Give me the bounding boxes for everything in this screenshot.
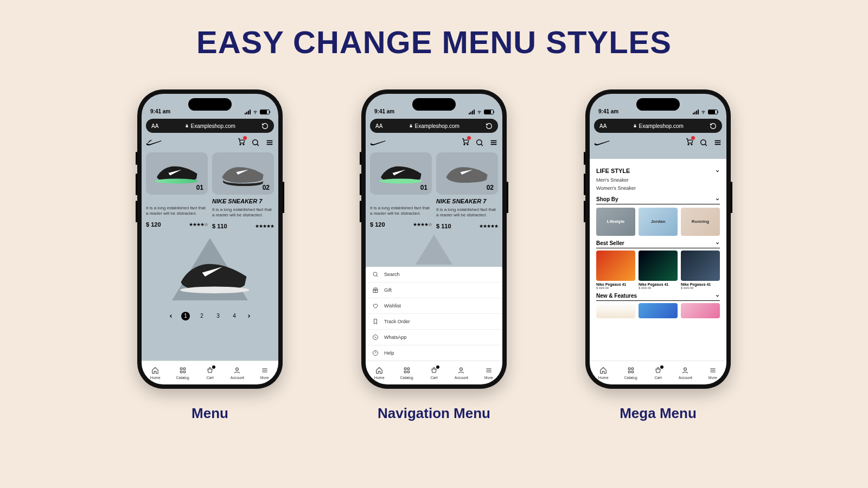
tile-jordan[interactable]: Jordan [639,208,678,236]
tab-home[interactable]: Home [142,361,169,384]
caption-nav: Navigation Menu [378,405,490,422]
tab-home[interactable]: Home [366,361,393,384]
svg-rect-31 [628,371,630,373]
tab-cart[interactable]: Cart [196,361,224,384]
signal-icon [469,110,475,114]
home-icon [151,367,159,374]
page-title: EASY CHANGE MENU STYLES [0,24,868,60]
mega-section-lifestyle[interactable]: LIFE STYLE [596,168,720,174]
tab-label: More [709,376,717,380]
new-feature-card[interactable] [681,303,720,318]
product-card-2[interactable]: 02 [212,152,274,195]
brand-logo[interactable] [370,137,386,148]
tab-home[interactable]: Home [590,361,617,384]
cart-button[interactable] [461,137,470,148]
site-header [366,133,502,152]
page-2[interactable]: 2 [197,312,206,320]
help-icon [372,350,379,356]
wifi-icon [700,110,706,114]
svg-point-27 [691,144,692,145]
reload-icon[interactable] [261,123,269,130]
account-icon [457,367,465,374]
search-icon[interactable] [475,138,484,147]
tile-lifestyle[interactable]: Lifestyle [596,208,635,236]
new-feature-card[interactable] [596,303,635,318]
mega-link-mens[interactable]: Men's Sneaker [596,176,720,184]
svg-rect-20 [404,368,406,370]
status-time: 9:41 am [150,108,170,114]
tab-account[interactable]: Account [224,361,251,384]
svg-rect-30 [631,368,634,370]
page-1[interactable]: 1 [181,312,190,320]
product-description: It is a long established fact that a rea… [370,206,432,217]
reload-icon[interactable] [710,123,717,130]
card-number: 01 [420,184,427,191]
more-icon [709,367,717,374]
svg-rect-21 [407,368,410,370]
page-3[interactable]: 3 [214,312,222,320]
mega-section-newfeatures[interactable]: New & Features [596,293,720,301]
hamburger-icon[interactable] [265,138,274,147]
cart-badge [467,136,471,140]
reload-icon[interactable] [486,123,493,130]
tile-running[interactable]: Running [681,208,720,236]
page-4[interactable]: 4 [230,312,239,320]
tab-cart[interactable]: Cart [420,361,448,384]
wifi-icon [252,110,258,114]
chevron-left-icon[interactable] [168,313,174,319]
nav-gift[interactable]: Gift [366,282,502,298]
tab-catalog[interactable]: Catalog [393,361,420,384]
product-card-1[interactable]: 01 [370,152,432,195]
cart-button[interactable] [237,137,246,148]
tab-account[interactable]: Account [672,361,699,384]
cart-button[interactable] [685,137,694,148]
tab-bar: HomeCatalogCartAccountMore [590,361,726,384]
tab-more[interactable]: More [699,361,726,384]
text-size-control[interactable]: AA [375,123,382,129]
hamburger-icon[interactable] [713,138,722,147]
bestseller-card[interactable]: Nike Pegasus 41$ 699.00 [681,251,720,290]
hamburger-icon[interactable] [489,138,498,147]
phone-navigation-menu: 9:41 am AA Exampleshop.com [361,89,507,389]
brand-logo[interactable] [594,137,610,148]
tab-catalog[interactable]: Catalog [169,361,196,384]
product-description: It is a long established fact that a rea… [436,207,498,219]
nav-whatsapp[interactable]: WhatsApp [366,330,502,345]
mega-section-shopby[interactable]: Shop By [596,196,720,204]
tab-catalog[interactable]: Catalog [617,361,644,384]
text-size-control[interactable]: AA [151,123,158,129]
tab-label: Home [374,376,385,380]
svg-point-3 [253,140,258,145]
mega-link-womens[interactable]: Women's Sneaker [596,184,720,192]
product-card-2[interactable]: 02 [436,152,498,195]
tab-cart[interactable]: Cart [644,361,672,384]
search-icon[interactable] [699,138,708,147]
sneaker-icon [442,161,492,187]
signal-icon [245,110,251,114]
nav-search[interactable]: Search [366,267,502,282]
hero-image [167,238,253,309]
tab-more[interactable]: More [475,361,502,384]
phone-menu-style: 9:41 am AA Exampleshop.com [137,89,283,389]
nav-wishlist[interactable]: Wishlist [366,298,502,314]
address-bar[interactable]: AA Exampleshop.com [146,119,274,133]
card-number: 02 [263,184,270,191]
address-bar[interactable]: AA Exampleshop.com [594,119,722,133]
bestseller-card[interactable]: Nike Pegasus 41$ 699.00 [596,251,635,290]
product-price: $ 110 [212,223,227,229]
chevron-right-icon[interactable] [246,313,252,319]
brand-logo[interactable] [146,137,162,148]
text-size-control[interactable]: AA [599,123,607,129]
search-icon[interactable] [251,138,260,147]
account-icon [233,367,241,374]
tab-more[interactable]: More [251,361,278,384]
tab-account[interactable]: Account [448,361,475,384]
product-card-1[interactable]: 01 [146,152,208,195]
bestseller-card[interactable]: Nike Pegasus 41$ 699.00 [639,251,678,290]
nav-help[interactable]: Help [366,345,502,361]
mega-section-bestseller[interactable]: Best Seller [596,240,720,248]
gift-icon [372,287,379,293]
address-bar[interactable]: AA Exampleshop.com [370,119,498,133]
new-feature-card[interactable] [639,303,678,318]
nav-track-order[interactable]: Track Order [366,314,502,330]
